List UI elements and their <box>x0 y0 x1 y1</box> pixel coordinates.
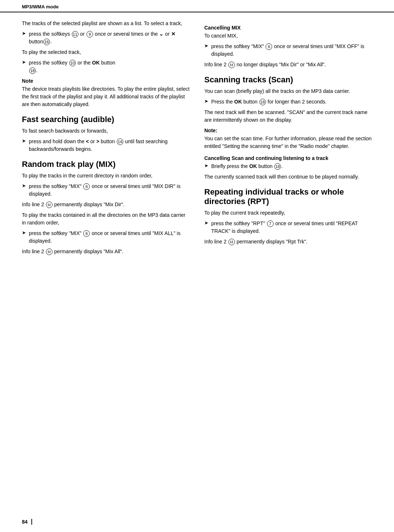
bullet-text-3: press and hold down the < or > button 14… <box>29 138 190 153</box>
page-header: MP3/WMA mode <box>0 0 394 12</box>
note-box-scan: Note: You can set the scan time. For fur… <box>204 128 372 150</box>
intro-paragraph: The tracks of the selected playlist are … <box>22 20 190 27</box>
page-content: The tracks of the selected playlist are … <box>0 12 394 512</box>
bullet-fast: ➤ press and hold down the < or > button … <box>22 138 190 153</box>
repeat-intro: To play the current track repeatedly, <box>204 209 372 217</box>
bullet-mix-all: ➤ press the softkey "MIX" 6 once or seve… <box>22 230 190 245</box>
random-info1: Info line 2 H permanently displays "Mix … <box>22 201 190 208</box>
circle-14: 14 <box>117 138 123 145</box>
bullet-arrow-5: ➤ <box>22 230 26 235</box>
repeat-info: Info line 2 H permanently displays "Rpt … <box>204 238 372 246</box>
cancel-mix-info: Info line 2 H no longer displays "Mix Di… <box>204 61 372 69</box>
circle-10: 10 <box>69 60 76 66</box>
bullet-text-7: Press the OK button 18 for longer than 2… <box>211 98 327 106</box>
page-number: 84 <box>22 519 32 525</box>
bullet-softkeys: ➤ press the softkeys 11 or 9 once or sev… <box>22 30 190 46</box>
circle-18c: 18 <box>274 163 281 170</box>
circle-H1: H <box>46 202 53 208</box>
scan-title: Scanning tracks (Scan) <box>204 75 372 85</box>
circle-6b: 6 <box>83 230 90 237</box>
page-footer: 84 <box>0 512 394 532</box>
left-column: The tracks of the selected playlist are … <box>22 20 190 504</box>
play-intro: To play the selected track, <box>22 48 190 56</box>
bullet-arrow-2: ➤ <box>22 59 26 65</box>
bullet-text-8: Briefly press the OK button 18. <box>211 163 283 170</box>
bullet-text-5: press the softkey "MIX" 6 once or severa… <box>29 230 190 245</box>
circle-6c: 6 <box>266 43 272 50</box>
right-column: Cancelling MIX To cancel MIX, ➤ press th… <box>204 20 372 504</box>
bullet-text-4: press the softkey "MIX" 6 once or severa… <box>29 183 190 198</box>
cancel-mix-title: Cancelling MIX <box>204 25 372 31</box>
bullet-repeat: ➤ press the softkey "RPT" 7 once or seve… <box>204 220 372 235</box>
bullet-text-2: press the softkey 10 or the OK button18. <box>29 59 115 74</box>
fast-search-title: Fast searching (audible) <box>22 115 190 124</box>
cancel-scan-title: Cancelling Scan and continuing listening… <box>204 155 372 161</box>
random-info2: Info line 2 H permanently displays "Mix … <box>22 248 190 255</box>
bullet-arrow-3: ➤ <box>22 138 26 144</box>
bullet-play: ➤ press the softkey 10 or the OK button1… <box>22 59 190 74</box>
circle-H4: H <box>228 239 235 245</box>
repeat-title: Repeating individual tracks or whole dir… <box>204 187 372 206</box>
circle-H3: H <box>228 62 235 68</box>
bullet-text-9: press the softkey "RPT" 7 once or severa… <box>211 220 372 235</box>
bullet-scan: ➤ Press the OK button 18 for longer than… <box>204 98 372 106</box>
circle-H2: H <box>46 249 53 255</box>
note-title-2: Note: <box>204 128 372 133</box>
circle-9: 9 <box>86 31 93 38</box>
bullet-arrow-1: ➤ <box>22 31 26 36</box>
circle-16: 16 <box>43 39 50 45</box>
scan-p2: The next track will then be scanned. "SC… <box>204 109 372 124</box>
bullet-cancel-scan: ➤ Briefly press the OK button 18. <box>204 163 372 170</box>
random-title: Random track play (MIX) <box>22 160 190 169</box>
header-label: MP3/WMA mode <box>22 4 59 9</box>
bullet-arrow-9: ➤ <box>204 220 208 226</box>
bullet-arrow-7: ➤ <box>204 98 208 104</box>
random-p2: To play the tracks contained in all the … <box>22 211 190 227</box>
note-text-1: The device treats playlists like directo… <box>22 85 190 108</box>
circle-6a: 6 <box>83 183 90 190</box>
bullet-text-1: press the softkeys 11 or 9 once or sever… <box>29 30 190 46</box>
bullet-mix-dir: ➤ press the softkey "MIX" 6 once or seve… <box>22 183 190 198</box>
bullet-arrow-4: ➤ <box>22 183 26 188</box>
circle-18b: 18 <box>259 99 266 105</box>
bullet-arrow-8: ➤ <box>204 163 208 168</box>
note-box-playlist: Note The device treats playlists like di… <box>22 78 190 108</box>
circle-7: 7 <box>267 220 274 227</box>
note-title-1: Note <box>22 78 190 84</box>
scan-p1: You can scan (briefly play) all the trac… <box>204 87 372 95</box>
page: MP3/WMA mode The tracks of the selected … <box>0 0 394 532</box>
bullet-arrow-6: ➤ <box>204 43 208 48</box>
note-text-2: You can set the scan time. For further i… <box>204 135 372 150</box>
bullet-text-6: press the softkey "MIX" 6 once or severa… <box>211 43 372 58</box>
random-intro: To play the tracks in the current direct… <box>22 172 190 180</box>
fast-intro: To fast search backwards or forwards, <box>22 127 190 135</box>
cancel-scan-p: The currently scanned track will then co… <box>204 173 372 181</box>
cancel-mix-intro: To cancel MIX, <box>204 32 372 40</box>
bullet-cancel-mix: ➤ press the softkey "MIX" 6 once or seve… <box>204 43 372 58</box>
circle-18a: 18 <box>29 67 36 74</box>
circle-11: 11 <box>72 31 78 38</box>
